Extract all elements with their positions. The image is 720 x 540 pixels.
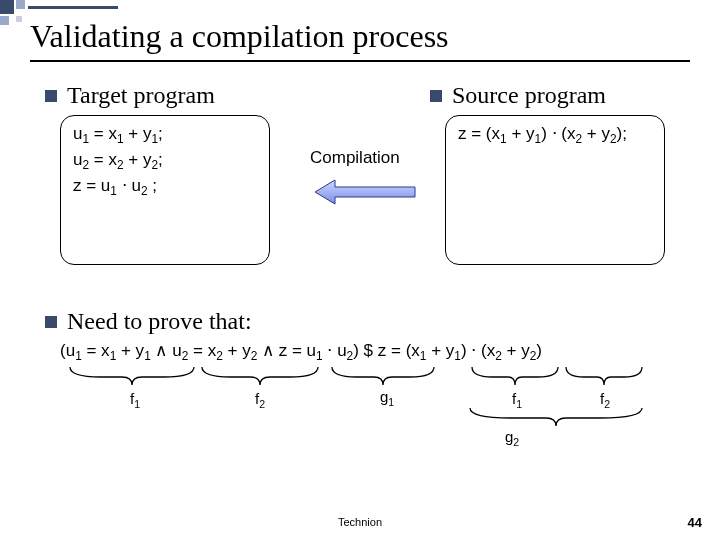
page-number: 44 xyxy=(688,515,702,530)
source-heading: Source program xyxy=(430,82,606,109)
code-line: z = (x1 + y1) ⋅ (x2 + y2); xyxy=(458,122,652,148)
target-heading-text: Target program xyxy=(67,82,215,109)
slide-title: Validating a compilation process xyxy=(30,18,449,55)
brace-icon xyxy=(200,365,320,387)
brace-icon xyxy=(470,365,560,387)
target-heading: Target program xyxy=(45,82,215,109)
formula-label-f1: f1 xyxy=(130,390,140,410)
formula-label-f1b: f1 xyxy=(512,390,522,410)
target-code-box: u1 = x1 + y1; u2 = x2 + y2; z = u1 ⋅ u2 … xyxy=(60,115,270,265)
formula-label-g2: g2 xyxy=(505,428,519,448)
formula-label-f2b: f2 xyxy=(600,390,610,410)
compilation-arrow-icon xyxy=(315,178,425,206)
prove-formula: (u1 = x1 + y1 ∧ u2 = x2 + y2 ∧ z = u1 ⋅ … xyxy=(60,340,700,363)
brace-icon xyxy=(468,406,644,428)
brace-icon xyxy=(68,365,196,387)
compilation-label: Compilation xyxy=(310,148,400,168)
brace-icon xyxy=(330,365,436,387)
source-code-box: z = (x1 + y1) ⋅ (x2 + y2); xyxy=(445,115,665,265)
code-line: u1 = x1 + y1; xyxy=(73,122,257,148)
formula-label-f2: f2 xyxy=(255,390,265,410)
bullet-icon xyxy=(45,90,57,102)
bullet-icon xyxy=(45,316,57,328)
source-heading-text: Source program xyxy=(452,82,606,109)
prove-heading-text: Need to prove that: xyxy=(67,308,252,335)
svg-marker-0 xyxy=(315,180,415,204)
code-line: z = u1 ⋅ u2 ; xyxy=(73,174,257,200)
footer-org: Technion xyxy=(0,516,720,528)
bullet-icon xyxy=(430,90,442,102)
title-rule xyxy=(30,60,690,62)
formula-label-g1: g1 xyxy=(380,388,394,408)
prove-heading: Need to prove that: xyxy=(45,308,252,335)
code-line: u2 = x2 + y2; xyxy=(73,148,257,174)
brace-icon xyxy=(564,365,644,387)
